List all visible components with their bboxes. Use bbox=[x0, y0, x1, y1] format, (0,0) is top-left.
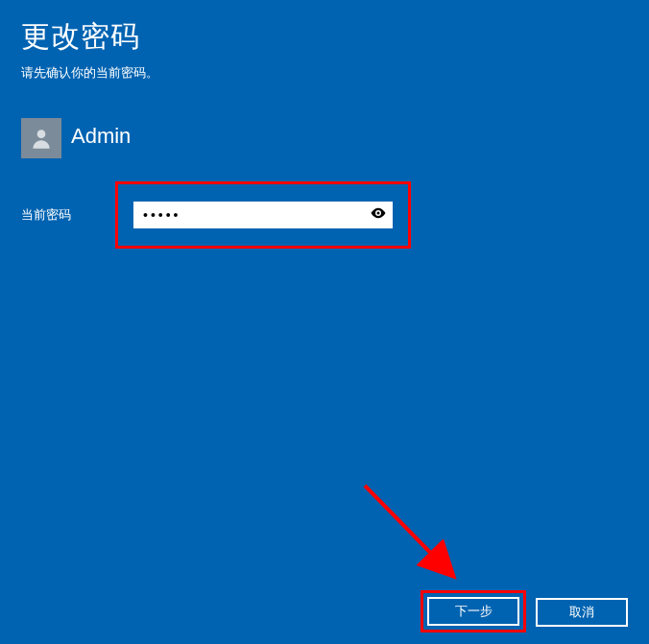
page-subtitle: 请先确认你的当前密码。 bbox=[21, 64, 628, 82]
annotation-highlight-input bbox=[115, 181, 411, 249]
svg-point-0 bbox=[37, 130, 46, 138]
current-password-input[interactable] bbox=[133, 202, 393, 228]
username-label: Admin bbox=[71, 124, 131, 149]
page-title: 更改密码 bbox=[21, 17, 628, 57]
user-account-row: Admin bbox=[21, 118, 649, 158]
current-password-label: 当前密码 bbox=[0, 206, 115, 224]
svg-point-1 bbox=[377, 212, 380, 215]
annotation-arrow-icon bbox=[355, 478, 490, 603]
cancel-button[interactable]: 取消 bbox=[536, 598, 628, 627]
svg-line-2 bbox=[365, 486, 451, 574]
reveal-password-icon[interactable] bbox=[370, 204, 387, 226]
user-avatar-icon bbox=[21, 118, 61, 158]
